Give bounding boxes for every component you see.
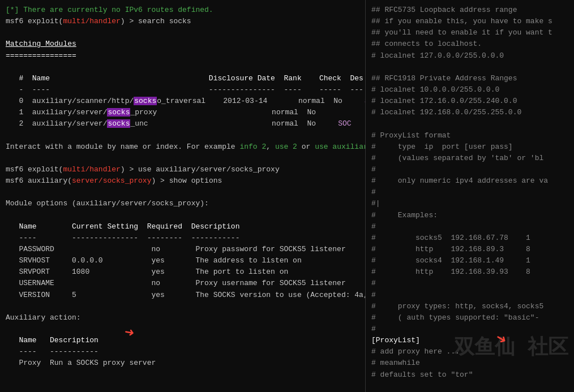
rline-proxylist: [ProxyList] (371, 335, 568, 346)
rline-16: #| (371, 198, 568, 209)
line-proxy-action: Proxy Run a SOCKS proxy server (6, 357, 359, 369)
rline-3: ## you'll need to enable it if you want … (371, 27, 568, 38)
line-result0: 0 auxiliary/scanner/http/sockso_traversa… (6, 96, 359, 107)
rline-9: # localnet 192.168.0.0/255.255.0.0 (371, 107, 568, 118)
rline-15: # (371, 187, 568, 198)
right-config: ## RFC5735 Loopback address range ## if … (365, 0, 574, 392)
rline-5: # localnet 127.0.0.0/255.0.0.0 (371, 50, 568, 62)
line-opts-sep: ---- --------------- -------- ----------… (6, 232, 359, 244)
rline-23: # (371, 278, 568, 289)
rline-20: # http 192.168.89.3 8 (371, 244, 568, 255)
line-blank2 (6, 62, 359, 73)
rline-13: # (371, 164, 568, 175)
line-username: USERNAME no Proxy username for SOCKS5 li… (6, 278, 359, 289)
line-blank7 (6, 301, 359, 312)
rline-7: # localnet 10.0.0.0/255.0.0.0 (371, 84, 568, 96)
line-ipv6: [*] There are currently no IPv6 routes d… (6, 5, 359, 16)
rline-add: # add proxy here ... (371, 346, 568, 357)
rline-22: # http 192.168.39.93 8 (371, 266, 568, 278)
line-search: msf6 exploit(multi/handler) > search soc… (6, 16, 359, 27)
rline-8: # localnet 172.16.0.0/255.240.0.0 (371, 96, 568, 107)
line-srvhost: SRVHOST 0.0.0.0 yes The address to liste… (6, 255, 359, 266)
rline-11: # type ip port [user pass] (371, 141, 568, 153)
line-blank3 (6, 130, 359, 141)
rline-25: # proxy types: http, socks4, socks5 (371, 301, 568, 312)
rline-21: # socks4 192.168.1.49 1 (371, 255, 568, 266)
rline-19: # socks5 192.168.67.78 1 (371, 232, 568, 244)
line-blank10 (6, 381, 359, 392)
rline-26: # ( auth types supported: "basic"- (371, 312, 568, 324)
line-aux-action: Auxiliary action: (6, 312, 359, 324)
rline-10: # ProxyList format (371, 130, 568, 141)
rline-4: ## connects to localhost. (371, 38, 568, 50)
line-result2: 2 auxiliary/server/socks_unc normal No S… (6, 118, 359, 130)
rline-defaults: # defaults set to "tor" (371, 369, 568, 381)
line-blank9 (6, 369, 359, 381)
rline-17: # Examples: (371, 210, 568, 221)
line-use: msf6 exploit(multi/handler) > use auxili… (6, 164, 359, 175)
rline-12: # (values separated by 'tab' or 'bl (371, 153, 568, 164)
rline-14: # only numeric ipv4 addresses are va (371, 175, 568, 187)
line-module-opts: Module options (auxiliary/server/socks_p… (6, 198, 359, 209)
rline-18: # (371, 221, 568, 232)
line-blank8 (6, 324, 359, 335)
line-blank5 (6, 187, 359, 198)
line-action-sep: ---- ----------- (6, 346, 359, 357)
line-blank4 (6, 153, 359, 164)
rline-meanwhile: # meanwhile (371, 357, 568, 369)
rline-2: ## if you enable this, you have to make … (371, 16, 568, 27)
line-matching: Matching Modules (6, 38, 359, 50)
rline-blank2 (371, 118, 568, 130)
line-interact: Interact with a module by name or index.… (6, 141, 359, 153)
line-divider: ================ (6, 50, 359, 62)
line-opts-header: Name Current Setting Required Descriptio… (6, 221, 359, 232)
rline-blank3 (371, 381, 568, 392)
left-terminal[interactable]: [*] There are currently no IPv6 routes d… (0, 0, 365, 392)
line-action-header: Name Description (6, 335, 359, 346)
line-header: # Name Disclosure Date Rank Check Des (6, 73, 359, 84)
rline-1: ## RFC5735 Loopback address range (371, 5, 568, 16)
line-password: PASSWORD no Proxy password for SOCKS5 li… (6, 244, 359, 255)
line-srvport: SRVPORT 1080 yes The port to listen on (6, 266, 359, 278)
line-result1: 1 auxiliary/server/socks_proxy normal No (6, 107, 359, 118)
line-blank6 (6, 210, 359, 221)
line-blank1 (6, 27, 359, 38)
rline-27: # (371, 324, 568, 335)
line-header-sep: - ---- --------------- ---- ----- --- (6, 84, 359, 96)
rline-6: ## RFC1918 Private Address Ranges (371, 73, 568, 84)
line-show: msf6 auxiliary(server/socks_proxy) > sho… (6, 175, 359, 187)
line-version: VERSION 5 yes The SOCKS version to use (… (6, 290, 359, 301)
rline-blank1 (371, 62, 568, 73)
rline-24: # (371, 290, 568, 301)
